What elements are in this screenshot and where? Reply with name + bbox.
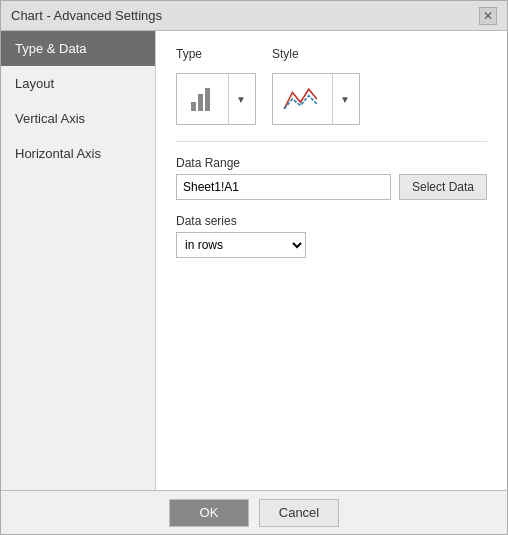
data-series-select[interactable]: in rows in columns [176,232,306,258]
svg-rect-1 [198,94,203,111]
svg-rect-0 [191,102,196,111]
type-column: Type ▼ [176,47,256,125]
dialog: Chart - Advanced Settings ✕ Type & Data … [0,0,508,535]
data-range-input[interactable] [176,174,391,200]
close-button[interactable]: ✕ [479,7,497,25]
data-range-row: Select Data [176,174,487,200]
type-style-row: Type ▼ [176,47,487,125]
style-icon-box [273,73,333,125]
line-chart-icon [281,81,325,117]
select-data-button[interactable]: Select Data [399,174,487,200]
type-picker[interactable]: ▼ [176,73,256,125]
content-area: Type ▼ [156,31,507,490]
sidebar: Type & Data Layout Vertical Axis Horizon… [1,31,156,490]
cancel-button[interactable]: Cancel [259,499,339,527]
ok-button[interactable]: OK [169,499,249,527]
type-dropdown-arrow[interactable]: ▼ [229,73,253,125]
bar-chart-icon [188,84,218,114]
sidebar-item-layout[interactable]: Layout [1,66,155,101]
data-series-label: Data series [176,214,487,228]
title-bar: Chart - Advanced Settings ✕ [1,1,507,31]
footer: OK Cancel [1,490,507,534]
dialog-body: Type & Data Layout Vertical Axis Horizon… [1,31,507,490]
svg-rect-2 [205,88,210,111]
type-icon-box [177,73,229,125]
dialog-title: Chart - Advanced Settings [11,8,162,23]
divider [176,141,487,142]
sidebar-item-horizontal-axis[interactable]: Horizontal Axis [1,136,155,171]
sidebar-item-vertical-axis[interactable]: Vertical Axis [1,101,155,136]
type-label: Type [176,47,256,61]
style-column: Style ▼ [272,47,360,125]
style-dropdown-arrow[interactable]: ▼ [333,73,357,125]
style-label: Style [272,47,360,61]
style-picker[interactable]: ▼ [272,73,360,125]
data-range-label: Data Range [176,156,487,170]
sidebar-item-type-data[interactable]: Type & Data [1,31,155,66]
